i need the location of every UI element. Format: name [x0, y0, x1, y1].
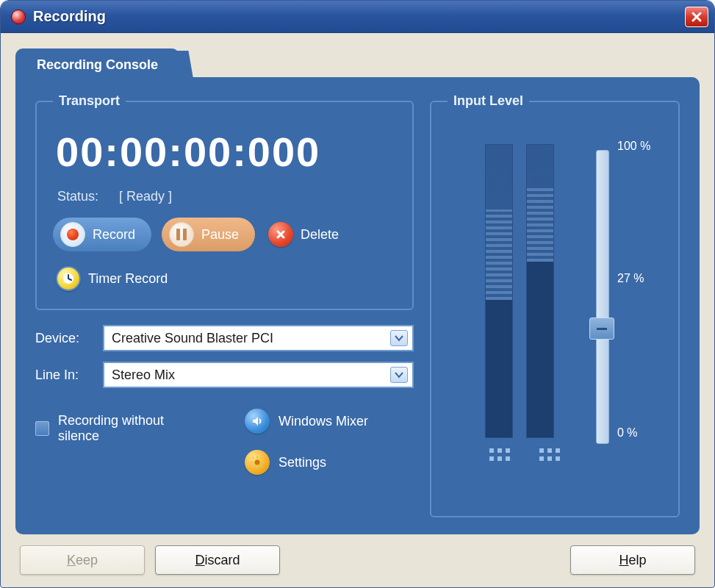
timer-record-button[interactable]: Timer Record: [53, 263, 170, 294]
chevron-down-icon: [390, 367, 408, 383]
slider-thumb[interactable]: [589, 318, 614, 340]
delete-icon: [268, 222, 293, 247]
rec-no-silence-check[interactable]: Recording without silence: [35, 413, 201, 444]
windows-mixer-label: Windows Mixer: [279, 414, 368, 429]
record-icon: [60, 222, 85, 247]
time-display: 00:00:00:000: [56, 128, 396, 176]
status-label: Status:: [57, 189, 98, 204]
record-label: Record: [93, 227, 135, 243]
titlebar[interactable]: Recording: [1, 1, 714, 33]
linein-label: Line In:: [35, 368, 94, 383]
app-record-icon: [11, 10, 26, 24]
help-button[interactable]: Help: [570, 545, 695, 575]
right-column: Input Level: [430, 93, 680, 517]
main-panel: Recording Console Transport 00:00:00:000…: [15, 77, 700, 534]
discard-button[interactable]: Discard: [155, 545, 280, 575]
pause-icon: [169, 222, 194, 247]
close-icon: [691, 11, 703, 23]
timer-icon: [56, 266, 81, 291]
svg-rect-8: [252, 465, 255, 468]
pause-label: Pause: [201, 227, 239, 243]
linein-row: Line In: Stereo Mix: [35, 362, 414, 388]
footer: Keep Discard Help: [15, 534, 700, 578]
slider-track: [596, 150, 609, 444]
settings-label: Settings: [279, 455, 326, 470]
status-value: [ Ready ]: [119, 189, 172, 204]
meter-right: [526, 144, 554, 438]
linein-combo[interactable]: Stereo Mix: [103, 362, 414, 388]
tab-recording-console[interactable]: Recording Console: [15, 49, 179, 79]
pause-button[interactable]: Pause: [162, 218, 255, 251]
dots-right-icon: [539, 448, 560, 461]
device-label: Device:: [35, 331, 94, 346]
record-button[interactable]: Record: [53, 218, 151, 251]
svg-rect-2: [256, 456, 258, 459]
meter-left: [485, 144, 513, 438]
meter-right-ghost: [527, 186, 553, 262]
meters-col: [485, 140, 560, 461]
delete-button[interactable]: Delete: [265, 219, 342, 250]
dots-left-icon: [489, 448, 510, 461]
scale-max: 100 %: [617, 140, 650, 153]
scale-current: 27 %: [617, 272, 644, 285]
input-level-group: Input Level: [430, 93, 680, 517]
close-button[interactable]: [685, 7, 708, 27]
recording-window: Recording Recording Console Transport 00…: [0, 0, 715, 588]
window-title: Recording: [33, 8, 685, 25]
chevron-down-icon: [390, 330, 408, 346]
transport-legend: Transport: [53, 93, 126, 109]
content-area: Recording Console Transport 00:00:00:000…: [1, 33, 714, 587]
speaker-icon: [245, 409, 270, 434]
transport-buttons: Record Pause Delete: [53, 218, 396, 251]
meter-left-ghost: [486, 209, 512, 300]
device-combo[interactable]: Creative Sound Blaster PCI: [103, 325, 414, 351]
linein-value: Stereo Mix: [112, 368, 175, 383]
tab-strip: Recording Console: [15, 49, 179, 79]
svg-rect-9: [260, 456, 263, 459]
delete-label: Delete: [301, 227, 339, 243]
meter-footer-dots: [489, 448, 560, 461]
input-level-legend: Input Level: [448, 93, 529, 109]
meter-right-fill: [527, 262, 553, 437]
device-row: Device: Creative Sound Blaster PCI: [35, 325, 414, 351]
svg-rect-5: [261, 462, 264, 463]
svg-rect-6: [252, 456, 255, 459]
svg-rect-7: [260, 465, 263, 467]
keep-button[interactable]: Keep: [20, 545, 145, 575]
scale-min: 0 %: [617, 426, 638, 440]
device-value: Creative Sound Blaster PCI: [112, 331, 273, 346]
device-rows: Device: Creative Sound Blaster PCI Line …: [35, 325, 414, 388]
windows-mixer-link[interactable]: Windows Mixer: [245, 409, 414, 434]
scale-labels: 100 % 27 % 0 %: [617, 143, 669, 437]
svg-rect-3: [256, 466, 258, 469]
checkbox-icon: [35, 421, 49, 436]
svg-point-1: [255, 460, 260, 465]
gear-icon: [245, 450, 270, 475]
meter-left-fill: [486, 300, 512, 437]
lower-links: Recording without silence Windows Mixer: [35, 403, 414, 475]
level-slider[interactable]: 100 % 27 % 0 %: [581, 143, 625, 451]
transport-group: Transport 00:00:00:000 Status: [ Ready ]…: [35, 93, 414, 310]
svg-rect-4: [251, 462, 254, 463]
timer-record-label: Timer Record: [88, 271, 168, 287]
settings-link[interactable]: Settings: [245, 450, 414, 475]
left-column: Transport 00:00:00:000 Status: [ Ready ]…: [35, 93, 414, 517]
status-row: Status: [ Ready ]: [57, 189, 396, 204]
level-wrap: 100 % 27 % 0 %: [448, 125, 662, 501]
rec-no-silence-label: Recording without silence: [58, 413, 201, 444]
